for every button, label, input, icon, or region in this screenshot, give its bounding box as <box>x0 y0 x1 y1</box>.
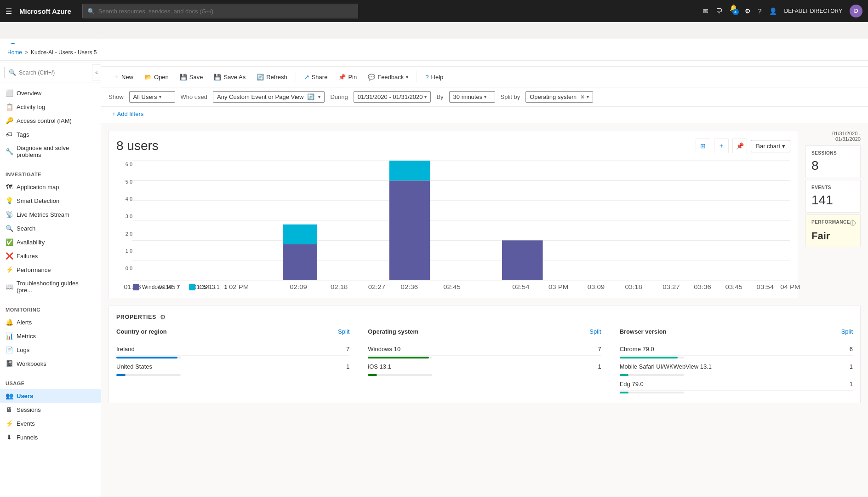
breadcrumb-sep1: > <box>25 49 28 56</box>
sidebar-icon-0: ⬜ <box>6 89 13 97</box>
sidebar-item-workbooks[interactable]: 📓 Workbooks <box>0 357 101 370</box>
save-as-button[interactable]: 💾 Save As <box>209 71 250 83</box>
by-select[interactable]: 30 minutes ▾ <box>449 91 495 103</box>
who-used-select[interactable]: Any Custom Event or Page View 🔄 ▾ <box>213 91 325 103</box>
help-label: Help <box>431 74 444 81</box>
bar-ios-1 <box>283 225 317 244</box>
user-avatar[interactable]: D <box>850 5 862 17</box>
prop-bar-1-0 <box>368 357 429 358</box>
sidebar-label-3: Tags <box>17 131 29 138</box>
chart-with-yaxis: 6.0 5.0 4.0 3.0 2.0 1.0 0.0 <box>116 161 790 280</box>
save-label: Save <box>189 74 203 81</box>
sidebar-item-events[interactable]: ⚡ Events <box>0 416 101 430</box>
during-label: During <box>330 93 348 100</box>
prop-col-header-0: Country or region Split <box>116 328 349 339</box>
notification-icon[interactable]: 🔔 4 <box>730 4 737 18</box>
global-search-bar[interactable]: 🔍 <box>82 4 358 18</box>
x-label-6: 02:27 <box>368 284 386 290</box>
chart-add-button[interactable]: ＋ <box>714 139 729 153</box>
bar-win10-1 <box>283 244 317 280</box>
sidebar-item-alerts[interactable]: 🔔 Alerts <box>0 315 101 329</box>
sidebar-item-overview[interactable]: ⬜ Overview <box>0 86 101 100</box>
pin-button[interactable]: 📌 Pin <box>334 71 361 83</box>
feedback-button[interactable]: 💬 Feedback ▾ <box>363 71 413 83</box>
sidebar-icon-2: 📡 <box>6 211 13 218</box>
sidebar-sections: ⬜ Overview📋 Activity log🔑 Access control… <box>0 82 101 448</box>
breadcrumb-home[interactable]: Home <box>7 49 22 56</box>
new-button[interactable]: ＋ New <box>108 70 138 83</box>
sidebar-item-tags[interactable]: 🏷 Tags <box>0 127 101 141</box>
global-search-input[interactable] <box>98 8 353 15</box>
collapse-sidebar-button[interactable]: « <box>92 64 101 81</box>
sidebar-item-sessions[interactable]: 🖥 Sessions <box>0 403 101 416</box>
sidebar-item-live-metrics-stream[interactable]: 📡 Live Metrics Stream <box>0 208 101 221</box>
open-label: Open <box>154 74 169 81</box>
sidebar-item-logs[interactable]: 📄 Logs <box>0 343 101 357</box>
chart-grid-view-button[interactable]: ⊞ <box>696 139 710 153</box>
x-label-11: 03:09 <box>588 284 605 290</box>
sidebar-item-smart-detection[interactable]: 💡 Smart Detection <box>0 194 101 208</box>
sidebar-item-availability[interactable]: ✅ Availability <box>0 235 101 249</box>
prop-row-name-0-1: United States <box>116 363 152 370</box>
sidebar-item-metrics[interactable]: 📊 Metrics <box>0 329 101 343</box>
help-button[interactable]: ? Help <box>421 71 448 83</box>
show-select[interactable]: All Users ▾ <box>129 91 175 103</box>
prop-split-btn-0[interactable]: Split <box>338 328 349 335</box>
bar-ios-2 <box>389 161 430 180</box>
main-layout: ◉ Kudos-AI Application Insights 🔍 « ⬜ Ov… <box>0 39 868 497</box>
sidebar-item-application-map[interactable]: 🗺 Application map <box>0 180 101 194</box>
feedback-chevron-icon: ▾ <box>406 75 408 80</box>
sidebar-search-box[interactable]: 🔍 <box>5 67 96 78</box>
properties-settings-icon[interactable]: ⚙ <box>160 313 166 321</box>
who-used-refresh-icon[interactable]: 🔄 <box>307 93 314 100</box>
help-icon[interactable]: ? <box>758 7 762 15</box>
sidebar-item-diagnose-and-solve-problems[interactable]: 🔧 Diagnose and solve problems <box>0 141 101 162</box>
x-label-4: 02:09 <box>290 284 308 290</box>
prop-split-btn-1[interactable]: Split <box>589 328 601 335</box>
open-button[interactable]: 📂 Open <box>140 71 173 83</box>
directory-label[interactable]: DEFAULT DIRECTORY <box>784 8 842 14</box>
by-value: 30 minutes <box>453 93 483 100</box>
sidebar-icon-0: 🔔 <box>6 318 13 326</box>
sidebar-item-performance[interactable]: ⚡ Performance <box>0 263 101 277</box>
during-select[interactable]: 01/31/2020 - 01/31/2020 ▾ <box>354 91 431 103</box>
share-button[interactable]: ↗ Share <box>300 71 332 83</box>
prop-bar-wrap-2-1 <box>620 374 684 376</box>
y-label-4: 4.0 <box>116 196 132 202</box>
prop-split-btn-2[interactable]: Split <box>841 328 853 335</box>
events-card: EVENTS 141 <box>805 180 861 213</box>
sidebar-item-search[interactable]: 🔍 Search <box>0 221 101 235</box>
sidebar-search-input[interactable] <box>19 69 92 76</box>
x-label-16: 03:54 <box>757 284 774 290</box>
sidebar-item-funnels[interactable]: ⬇ Funnels <box>0 430 101 444</box>
save-as-icon: 💾 <box>214 74 221 81</box>
feedback-nav-icon[interactable]: 🗨 <box>716 7 722 15</box>
sidebar-section-title-3: Usage <box>0 378 101 389</box>
sidebar-item-users[interactable]: 👥 Users <box>0 389 101 403</box>
sidebar-item-failures[interactable]: ❌ Failures <box>0 249 101 263</box>
hamburger-icon[interactable]: ☰ <box>6 7 12 16</box>
prop-row-data-2-1: Mobile Safari UI/WKWebView 13.1 1 <box>620 360 853 373</box>
y-label-3: 3.0 <box>116 214 132 219</box>
sidebar-icon-4: 🔧 <box>6 148 13 155</box>
settings-icon[interactable]: ⚙ <box>745 7 751 15</box>
prop-row-data-0-1: United States 1 <box>116 360 349 373</box>
chart-type-button[interactable]: Bar chart ▾ <box>751 140 790 152</box>
sidebar-item-access-control-(iam)[interactable]: 🔑 Access control (IAM) <box>0 114 101 127</box>
performance-info-icon[interactable]: ⓘ <box>850 220 856 227</box>
user-circle-icon[interactable]: 👤 <box>769 7 777 15</box>
prop-col-0: Country or region Split Ireland 7 United… <box>116 328 349 395</box>
sidebar-item-activity-log[interactable]: 📋 Activity log <box>0 100 101 114</box>
save-button[interactable]: 💾 Save <box>175 71 208 83</box>
toolbar: ＋ New 📂 Open 💾 Save 💾 Save As 🔄 Refresh <box>101 67 868 87</box>
performance-card: PERFORMANCE ⓘ Fair <box>805 214 861 247</box>
split-by-clear-button[interactable]: ✕ <box>580 94 585 100</box>
refresh-button[interactable]: 🔄 Refresh <box>252 71 292 83</box>
chart-pin-button[interactable]: 📌 <box>732 139 747 153</box>
sidebar-item-troubleshooting-guides-(pre...[interactable]: 📖 Troubleshooting guides (pre... <box>0 277 101 297</box>
email-icon[interactable]: ✉ <box>703 7 708 15</box>
add-filters-button[interactable]: + Add filters <box>108 109 147 119</box>
split-by-select[interactable]: Operating system ✕ ▾ <box>525 91 593 103</box>
prop-bar-0-1 <box>116 374 126 376</box>
events-label: EVENTS <box>811 185 855 190</box>
